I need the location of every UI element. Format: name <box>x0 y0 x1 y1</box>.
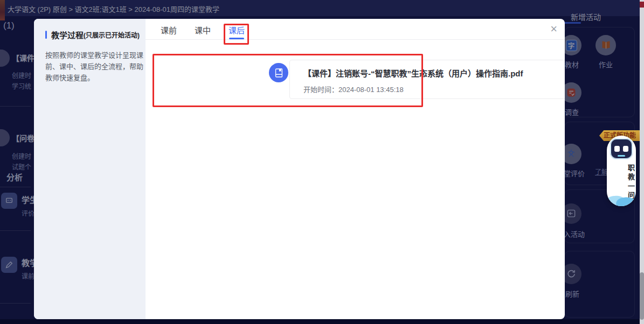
sidebar-title-row: 教学过程 (只展示已开始活动) <box>45 29 140 40</box>
robot-mouth <box>618 155 625 157</box>
sidebar-title-note: (只展示已开始活动) <box>84 30 140 39</box>
title-accent-bar <box>45 31 47 39</box>
scrollbar-thumb[interactable] <box>640 272 644 320</box>
zhijiao-assistant-widget[interactable]: 职教一问 <box>607 136 636 206</box>
robot-eye <box>614 146 620 152</box>
scrollbar-track <box>640 0 644 324</box>
tab-during-class[interactable]: 课中 <box>195 24 211 39</box>
sidebar-title: 教学过程 <box>51 29 84 40</box>
robot-head-icon <box>610 138 633 160</box>
modal-sidebar: 教学过程 (只展示已开始活动) 按照教师的课堂教学设计呈现课前、课中、课后的全流… <box>34 19 146 319</box>
annotation-box-tab <box>224 24 249 45</box>
scrollbar-top-marker <box>640 2 644 8</box>
robot-eye <box>623 146 628 152</box>
sidebar-description: 按照教师的课堂教学设计呈现课前、课中、课后的全流程，帮助教师快速复盘。 <box>45 50 144 83</box>
screen: 大学语文 (2P) 原创 > 语文2班;语文1班 > 2024-08-01周四的… <box>0 0 644 324</box>
close-icon[interactable]: × <box>550 23 557 35</box>
tab-before-class[interactable]: 课前 <box>161 24 177 39</box>
tab-bar: 课前 课中 课后 <box>146 19 565 40</box>
annotation-box-card <box>153 54 423 107</box>
